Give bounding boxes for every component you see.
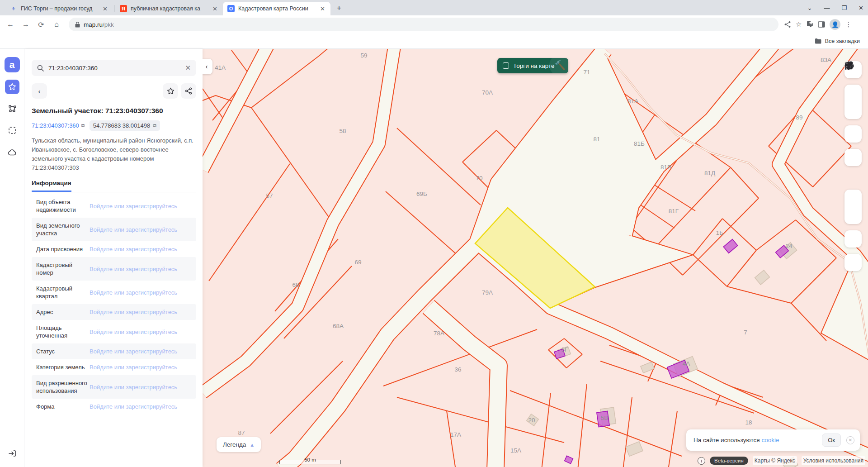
- clear-search-icon[interactable]: ✕: [185, 64, 191, 72]
- parcel-number-label: 71: [583, 69, 590, 76]
- favorites-star-button[interactable]: [5, 80, 19, 94]
- cookie-ok-button[interactable]: Ок: [822, 434, 841, 447]
- parcel-number-label: 68А: [333, 323, 344, 329]
- attribute-label: Категория земель: [36, 363, 90, 371]
- share-icon[interactable]: [784, 21, 791, 28]
- profile-avatar[interactable]: 👤: [830, 19, 840, 30]
- parcel-number-label: 83А: [821, 57, 831, 63]
- login-or-register-link[interactable]: Войдите или зарегистрируйтесь: [90, 309, 177, 315]
- parcel-number-label: 69: [354, 259, 361, 266]
- beta-badge: Beta-версия: [710, 457, 748, 465]
- draw-button[interactable]: [844, 102, 862, 119]
- login-button[interactable]: [5, 446, 19, 461]
- attribute-row: Дата присвоенияВойдите или зарегистрируй…: [32, 241, 196, 257]
- panel-back-button[interactable]: ‹: [32, 83, 47, 99]
- all-bookmarks-label[interactable]: Все закладки: [825, 38, 860, 44]
- parcel-attributes-list: Вид объекта недвижимостиВойдите или заре…: [32, 194, 196, 415]
- login-or-register-link[interactable]: Войдите или зарегистрируйтесь: [90, 384, 177, 391]
- tab-title: Кадастровая карта России: [238, 5, 316, 12]
- coordinates-chip[interactable]: 54.778683 38.001498⧉: [90, 120, 160, 131]
- parcel-number-label: 81Д: [704, 170, 715, 176]
- tab-information[interactable]: Информация: [32, 179, 196, 192]
- attribute-label: Вид разрешенного использования: [36, 379, 90, 395]
- parcel-number-label: 4А: [683, 360, 690, 367]
- chevron-up-icon: ▲: [250, 442, 255, 448]
- bookmark-star-icon[interactable]: ☆: [796, 20, 802, 29]
- trades-checkbox[interactable]: [503, 62, 509, 69]
- login-or-register-link[interactable]: Войдите или зарегистрируйтесь: [90, 266, 177, 272]
- polygon-icon: [8, 105, 16, 113]
- login-or-register-link[interactable]: Войдите или зарегистрируйтесь: [90, 246, 177, 253]
- share-map-button[interactable]: [844, 149, 862, 166]
- parcel-number-label: 36: [454, 366, 461, 373]
- measure-button[interactable]: [844, 85, 862, 102]
- copy-icon[interactable]: ⧉: [81, 123, 85, 129]
- browser-menu-icon[interactable]: ⋮: [845, 20, 852, 29]
- window-minimize-icon[interactable]: —: [824, 5, 830, 11]
- window-close-icon[interactable]: ✕: [859, 5, 863, 11]
- attribute-label: Вид земельного участка: [36, 222, 90, 237]
- tab-gis-torgi[interactable]: ⚜ ГИС Торги – продажи госуд ✕: [5, 2, 113, 15]
- login-or-register-link[interactable]: Войдите или зарегистрируйтесь: [90, 403, 177, 410]
- cadastral-map[interactable]: 41А59585770А717069Б696868А83А81А898181Б8…: [203, 49, 868, 467]
- cadastral-number-link[interactable]: 71:23:040307:360⧉: [32, 122, 85, 129]
- trades-label: Торги на карте: [513, 62, 555, 69]
- select-area-button[interactable]: [5, 123, 19, 138]
- app-logo[interactable]: a: [5, 57, 20, 72]
- map-canvas[interactable]: 41А59585770А717069Б696868А83А81А898181Б8…: [203, 49, 868, 467]
- reload-icon[interactable]: ⟳: [34, 18, 48, 31]
- side-panel-icon[interactable]: [818, 21, 825, 28]
- login-or-register-link[interactable]: Войдите или зарегистрируйтесь: [90, 203, 177, 210]
- tab-cadastral-map-active[interactable]: О Кадастровая карта России ✕: [223, 2, 330, 15]
- address-bar[interactable]: map.ru/pkk: [69, 18, 778, 31]
- cloud-icon: [8, 149, 17, 156]
- info-icon[interactable]: i: [698, 457, 705, 465]
- favorite-parcel-button[interactable]: [163, 83, 178, 99]
- new-tab-button[interactable]: +: [333, 2, 345, 14]
- cloud-layers-button[interactable]: [5, 145, 19, 159]
- parcel-number-label: 15А: [510, 447, 521, 454]
- terms-link[interactable]: Условия использования: [802, 456, 865, 465]
- attribute-row: ФормаВойдите или зарегистрируйтесь: [32, 399, 196, 415]
- upload-button[interactable]: [844, 125, 862, 143]
- tab-public-cadastre[interactable]: Я публичная кадастровая ка ✕: [115, 2, 223, 15]
- pan-button[interactable]: [844, 230, 862, 248]
- extensions-icon[interactable]: [806, 21, 813, 28]
- map-ru-favicon: О: [227, 5, 235, 12]
- cookie-link[interactable]: cookie: [762, 437, 779, 443]
- login-or-register-link[interactable]: Войдите или зарегистрируйтесь: [90, 226, 177, 233]
- legend-button[interactable]: Легенда▲: [217, 437, 261, 452]
- forward-icon[interactable]: →: [19, 18, 33, 31]
- home-icon[interactable]: ⌂: [50, 18, 63, 31]
- login-or-register-link[interactable]: Войдите или зарегистрируйтесь: [90, 289, 177, 296]
- share-parcel-button[interactable]: [181, 83, 196, 99]
- tab-close-icon[interactable]: ✕: [212, 5, 218, 12]
- zoom-out-button[interactable]: [844, 207, 862, 224]
- search-input[interactable]: [48, 65, 180, 71]
- window-menu-icon[interactable]: ⌄: [807, 5, 812, 11]
- parcel-number-label: 68: [292, 281, 299, 288]
- parcel-number-label: 69Б: [416, 191, 427, 197]
- login-or-register-link[interactable]: Войдите или зарегистрируйтесь: [90, 364, 177, 371]
- star-outline-icon: [167, 87, 175, 95]
- login-or-register-link[interactable]: Войдите или зарегистрируйтесь: [90, 348, 177, 355]
- tab-close-icon[interactable]: ✕: [319, 5, 326, 12]
- zoom-in-button[interactable]: [844, 190, 862, 207]
- copy-icon[interactable]: ⧉: [153, 123, 156, 129]
- cookie-banner: На сайте используются cookie Ок ✕: [686, 429, 860, 451]
- collapse-panel-button[interactable]: ‹: [203, 59, 212, 74]
- back-icon[interactable]: ←: [4, 18, 17, 31]
- trades-on-map-toggle[interactable]: Торги на карте 🔨: [497, 58, 568, 73]
- cookie-close-icon[interactable]: ✕: [846, 436, 854, 444]
- star-icon: [8, 83, 16, 91]
- locate-button[interactable]: [844, 254, 862, 271]
- window-restore-icon[interactable]: ❐: [841, 5, 847, 11]
- parcel-number-label: 18: [745, 419, 752, 426]
- search-box[interactable]: ✕: [32, 60, 196, 76]
- parcel-address: Тульская область, муниципальный район Яс…: [32, 136, 196, 172]
- login-or-register-link[interactable]: Войдите или зарегистрируйтесь: [90, 329, 177, 335]
- maps-credit: Карты © Яндекс: [753, 456, 797, 465]
- tab-close-icon[interactable]: ✕: [102, 5, 108, 12]
- polygon-tool-button[interactable]: [5, 101, 19, 116]
- navigation-arrow-icon: [844, 61, 853, 69]
